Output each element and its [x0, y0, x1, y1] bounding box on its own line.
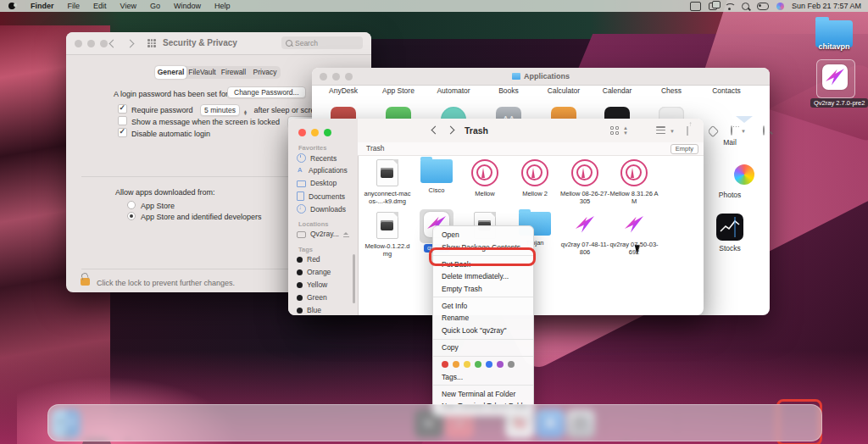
sidebar-tag-red[interactable]: Red [297, 255, 320, 264]
menu-item-rename[interactable]: Rename [433, 312, 533, 324]
sidebar-tag-blue[interactable]: Blue [297, 306, 321, 314]
menu-item-delete-immediately[interactable]: Delete Immediately... [433, 270, 533, 282]
app-label-appstore[interactable]: App Store [371, 86, 426, 95]
app-label-chess[interactable]: Chess [644, 86, 698, 95]
app-label-mail[interactable]: Mail [703, 138, 757, 147]
menu-help[interactable]: Help [208, 2, 237, 10]
menu-item-new-terminal[interactable]: New Terminal at Folder [433, 388, 533, 400]
app-label-anydesk[interactable]: AnyDesk [316, 86, 370, 95]
menu-item-copy[interactable]: Copy [433, 341, 533, 353]
sort-chevrons-icon[interactable]: ▲▼ [623, 125, 628, 136]
file-qv2ray-0750[interactable]: qv2ray 07-50-03-692 [609, 212, 659, 256]
sidebar-tag-yellow[interactable]: Yellow [297, 280, 327, 289]
file-mellow-dmg[interactable]: Mellow-0.1.22.dmg [363, 212, 412, 258]
tag-green-icon[interactable] [475, 361, 481, 368]
apple-menu-icon[interactable] [8, 3, 15, 9]
stepper-icon[interactable]: ▲▼ [243, 110, 248, 115]
change-password-button[interactable]: Change Password... [227, 86, 306, 98]
tag-red-icon[interactable] [442, 361, 448, 368]
file-mellow-2[interactable]: Mellow 2 [510, 159, 559, 198]
close-button[interactable] [75, 40, 82, 47]
icon-view-icon[interactable] [610, 126, 619, 135]
wifi-icon[interactable] [725, 3, 734, 9]
trash-toolbar[interactable]: Trash ▲▼ ▼ ▼ [358, 119, 704, 143]
show-message-checkbox[interactable] [118, 116, 127, 125]
spotlight-icon[interactable] [742, 3, 749, 10]
menu-item-show-package-contents[interactable]: Show Package Contents [433, 241, 533, 253]
menu-go[interactable]: Go [143, 2, 167, 10]
zoom-button[interactable] [324, 129, 331, 136]
menu-item-open[interactable]: Open [433, 229, 533, 241]
sidebar-scrollbar[interactable] [353, 254, 355, 303]
search-icon[interactable] [763, 125, 765, 136]
app-label-contacts[interactable]: Contacts [699, 86, 754, 95]
menu-item-quick-look[interactable]: Quick Look "qv2ray" [433, 325, 533, 336]
siri-icon[interactable] [776, 3, 784, 10]
tab-filevault[interactable]: FileVault [186, 66, 218, 79]
stocks-app-icon[interactable] [716, 214, 743, 241]
menu-window[interactable]: Window [167, 2, 208, 10]
menu-edit[interactable]: Edit [86, 2, 114, 10]
file-mellow-08[interactable]: Mellow 08-26-27-305 [560, 159, 609, 205]
app-label-books[interactable]: Books [481, 86, 536, 95]
minutes-dropdown[interactable]: 5 minutes [200, 104, 240, 116]
require-password-checkbox[interactable] [118, 104, 127, 114]
more-actions-icon[interactable] [731, 125, 732, 136]
menu-finder[interactable]: Finder [24, 2, 61, 10]
display-status-icon[interactable] [690, 2, 701, 11]
group-view-icon[interactable] [656, 126, 665, 135]
tag-gray-icon[interactable] [508, 361, 515, 368]
radio-app-store[interactable] [127, 201, 136, 209]
search-input[interactable]: Search [281, 36, 363, 49]
file-anyconnect-dmg[interactable]: anyconnect-macos-...-k9.dmg [363, 159, 412, 205]
menu-bar-clock[interactable]: Sun Feb 21 7:57 AM [792, 2, 861, 10]
forward-icon[interactable] [126, 40, 135, 48]
close-button[interactable] [320, 73, 327, 80]
show-all-icon[interactable] [147, 39, 156, 47]
menu-file[interactable]: File [61, 2, 87, 10]
menu-item-empty-trash[interactable]: Empty Trash [433, 283, 533, 295]
menu-view[interactable]: View [114, 2, 143, 10]
stage-manager-icon[interactable] [709, 3, 717, 10]
back-icon[interactable] [109, 40, 118, 48]
minimize-button[interactable] [311, 129, 319, 136]
tab-privacy[interactable]: Privacy [249, 66, 281, 79]
menu-item-tags[interactable]: Tags... [433, 370, 533, 382]
control-center-icon[interactable] [757, 3, 769, 10]
desktop-icon-qv2ray-selected[interactable] [816, 59, 855, 98]
disable-auto-login-checkbox[interactable] [118, 128, 127, 137]
tag-purple-icon[interactable] [497, 361, 504, 368]
tag-yellow-icon[interactable] [464, 361, 470, 368]
file-qv2ray-0748[interactable]: qv2ray 07-48-11-806 [560, 212, 609, 256]
app-label-stocks[interactable]: Stocks [703, 244, 757, 253]
sidebar-item-applications[interactable]: Applications [297, 166, 348, 175]
sidebar-item-qv2ray-disk[interactable]: Qv2ray... [297, 230, 349, 238]
menu-item-get-info[interactable]: Get Info [433, 300, 533, 312]
app-label-automator[interactable]: Automator [426, 86, 481, 95]
tag-orange-icon[interactable] [453, 361, 459, 368]
close-button[interactable] [298, 129, 306, 136]
back-icon[interactable] [431, 126, 440, 135]
lock-open-icon[interactable] [81, 278, 90, 286]
file-cisco-folder[interactable]: Cisco [412, 159, 461, 195]
forward-icon[interactable] [447, 126, 455, 135]
file-mellow[interactable]: Mellow [460, 159, 509, 198]
minimize-button[interactable] [332, 73, 340, 80]
menu-item-put-back[interactable]: Put Back [433, 258, 533, 270]
app-label-calendar[interactable]: Calendar [590, 86, 644, 95]
share-icon[interactable] [687, 126, 688, 136]
desktop-icon-label[interactable]: chitavpn [804, 42, 865, 51]
zoom-button[interactable] [100, 40, 108, 47]
chevron-down-icon[interactable]: ▼ [670, 129, 675, 134]
sidebar-tag-green[interactable]: Green [297, 293, 327, 302]
radio-identified-developers[interactable] [127, 212, 136, 220]
tab-firewall[interactable]: Firewall [218, 66, 249, 79]
sidebar-item-recents[interactable]: Recents [297, 153, 337, 163]
file-mellow-831[interactable]: Mellow 8.31.26 AM [609, 159, 659, 205]
sidebar-tag-orange[interactable]: Orange [297, 268, 331, 276]
sidebar-item-documents[interactable]: Documents [297, 191, 345, 201]
app-label-photos[interactable]: Photos [703, 191, 757, 199]
desktop-icon-label[interactable]: Qv2ray 2.7.0-pre2 [810, 98, 868, 108]
zoom-button[interactable] [345, 73, 353, 80]
eject-icon[interactable] [343, 231, 349, 237]
